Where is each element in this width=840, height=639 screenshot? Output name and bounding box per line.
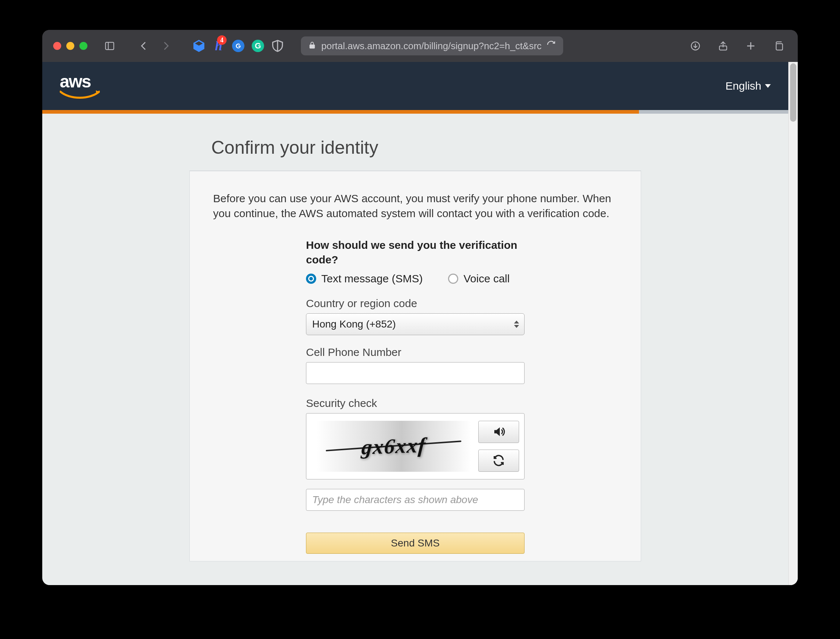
svg-rect-8 <box>776 44 783 50</box>
extension-shield-icon[interactable] <box>270 39 285 53</box>
radio-dot-checked-icon <box>306 273 316 284</box>
maximize-window-button[interactable] <box>79 42 87 50</box>
signup-progress-bar <box>42 110 788 114</box>
page-title: Confirm your identity <box>189 137 641 158</box>
form-panel: Before you can use your AWS account, you… <box>189 170 641 561</box>
reload-icon[interactable] <box>546 40 556 52</box>
sidebar-toggle-icon[interactable] <box>101 38 118 54</box>
chevron-down-icon <box>765 84 771 88</box>
security-check-label: Security check <box>306 397 524 410</box>
content-card: Confirm your identity Before you can use… <box>189 137 641 561</box>
radio-sms-label: Text message (SMS) <box>321 272 422 285</box>
titlebar: h4 G portal.aws.amazon.com/billing/signu… <box>42 30 798 62</box>
url-text: portal.aws.amazon.com/billing/signup?nc2… <box>321 40 541 52</box>
extension-cube-icon[interactable] <box>192 39 206 53</box>
aws-logo[interactable]: aws <box>60 73 100 99</box>
captcha-image: gx6xxf <box>316 421 471 472</box>
tab-overview-icon[interactable] <box>770 38 787 54</box>
captcha-refresh-button[interactable] <box>478 450 519 472</box>
vertical-scrollbar[interactable] <box>788 62 798 585</box>
close-window-button[interactable] <box>53 42 61 50</box>
language-selector[interactable]: English <box>726 80 771 92</box>
svg-rect-0 <box>106 42 114 49</box>
speaker-icon <box>492 425 505 438</box>
submit-label: Send SMS <box>391 537 440 549</box>
captcha-input[interactable] <box>306 489 524 511</box>
extension-grammarly-icon[interactable]: G <box>251 39 265 53</box>
window-controls <box>53 42 87 50</box>
send-sms-button[interactable]: Send SMS <box>306 532 524 554</box>
forward-button[interactable] <box>157 38 174 54</box>
browser-window: h4 G portal.aws.amazon.com/billing/signu… <box>42 30 798 585</box>
captcha-audio-button[interactable] <box>478 421 519 443</box>
back-button[interactable] <box>135 38 152 54</box>
country-select[interactable]: Hong Kong (+852) <box>306 313 524 335</box>
language-label: English <box>726 80 761 92</box>
country-value: Hong Kong (+852) <box>312 318 396 330</box>
country-label: Country or region code <box>306 297 524 310</box>
lock-icon <box>308 40 316 52</box>
downloads-icon[interactable] <box>687 38 704 54</box>
share-icon[interactable] <box>715 38 732 54</box>
question-label: How should we send you the verification … <box>306 238 524 267</box>
radio-voice[interactable]: Voice call <box>448 272 510 285</box>
phone-input[interactable] <box>306 362 524 384</box>
intro-text: Before you can use your AWS account, you… <box>213 191 618 221</box>
aws-header: aws English <box>42 62 788 110</box>
radio-sms[interactable]: Text message (SMS) <box>306 272 422 285</box>
aws-smile-icon <box>60 90 100 99</box>
scrollbar-thumb[interactable] <box>790 64 796 122</box>
captcha-box: gx6xxf <box>306 413 524 479</box>
captcha-text: gx6xxf <box>360 433 427 459</box>
verification-form: How should we send you the verification … <box>306 238 524 554</box>
radio-dot-unchecked-icon <box>448 273 458 284</box>
extension-circle-icon[interactable] <box>231 39 246 53</box>
phone-label: Cell Phone Number <box>306 346 524 358</box>
progress-fill <box>42 110 639 114</box>
minimize-window-button[interactable] <box>66 42 74 50</box>
refresh-icon <box>492 454 505 467</box>
new-tab-icon[interactable] <box>742 38 759 54</box>
page: aws English Confirm your identity Before… <box>42 62 788 585</box>
viewport: aws English Confirm your identity Before… <box>42 62 798 585</box>
radio-voice-label: Voice call <box>463 272 510 285</box>
honey-badge: 4 <box>217 35 227 45</box>
extension-honey-icon[interactable]: h4 <box>211 39 226 53</box>
address-bar[interactable]: portal.aws.amazon.com/billing/signup?nc2… <box>301 37 563 56</box>
select-caret-icon <box>514 321 519 328</box>
